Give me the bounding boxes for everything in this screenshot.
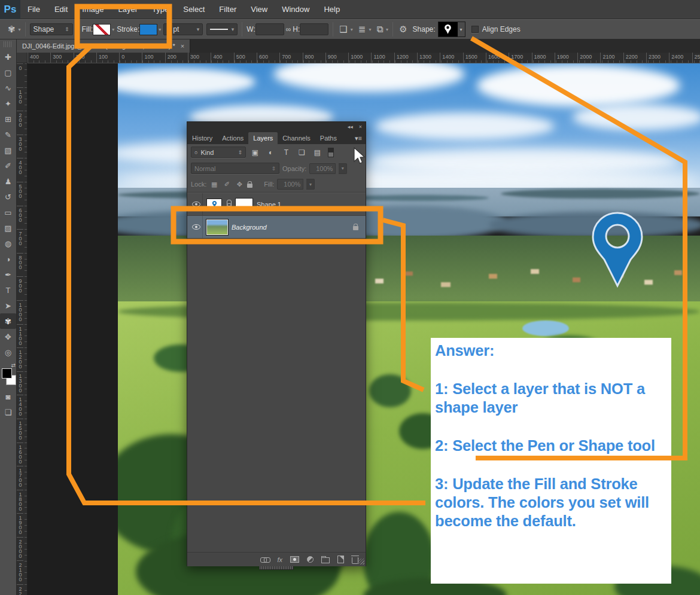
filter-adjustment-layers-icon[interactable]: ◐	[264, 148, 277, 157]
stroke-width-select[interactable]: 2 pt▾	[163, 23, 203, 35]
layer-effects-icon[interactable]: fx	[277, 556, 282, 563]
delete-layer-icon[interactable]	[352, 557, 358, 564]
tool-button[interactable]: ◑	[0, 251, 16, 267]
tool-button[interactable]: ◍	[0, 236, 16, 251]
document-tab[interactable]: DJI_0046-Edit.jpg @ 37.0% (Background, R…	[17, 39, 190, 53]
tool-mode-select[interactable]: Shape⇕	[30, 23, 73, 35]
menu-item-file[interactable]: File	[20, 0, 47, 19]
new-layer-icon[interactable]	[337, 556, 344, 563]
tab-layers[interactable]: Layers	[248, 132, 278, 144]
shape-picker[interactable]: ▾	[438, 22, 465, 37]
custom-shape-tool-preset-icon[interactable]: ✾	[6, 24, 17, 35]
tool-button[interactable]: ∿	[0, 80, 16, 96]
tool-button[interactable]: ✐	[0, 158, 16, 173]
panel-resize-grip[interactable]	[358, 559, 364, 565]
add-layer-mask-icon[interactable]	[290, 556, 299, 563]
layers-list-empty-area[interactable]	[187, 239, 366, 552]
swap-colors-icon[interactable]: ⇄	[11, 362, 16, 368]
filter-pixel-layers-icon[interactable]: ▣	[249, 148, 261, 157]
path-alignment-icon[interactable]: ≣	[357, 24, 368, 35]
menu-item-layer[interactable]: Layer	[111, 0, 145, 19]
layer-visibility-toggle[interactable]	[190, 216, 203, 238]
menu-item-help[interactable]: Help	[316, 0, 347, 19]
filter-type-layers-icon[interactable]: T	[280, 148, 293, 157]
stroke-color-swatch[interactable]	[139, 24, 157, 35]
filter-toggle-switch[interactable]	[328, 148, 334, 157]
gear-icon[interactable]: ⚙	[397, 24, 409, 35]
tab-paths[interactable]: Paths	[315, 132, 342, 144]
layer-thumbnail[interactable]	[206, 219, 228, 235]
lock-position-icon[interactable]: ✥	[235, 181, 244, 188]
tool-button[interactable]: T	[0, 282, 16, 298]
tool-button[interactable]: ✾	[0, 313, 16, 329]
link-layers-icon[interactable]	[260, 557, 269, 562]
lock-pixels-icon[interactable]: ✐	[222, 181, 232, 188]
panel-drag-handle[interactable]	[259, 566, 294, 570]
layer-name[interactable]: Background	[232, 224, 267, 231]
tab-channels[interactable]: Channels	[278, 132, 315, 144]
tool-button[interactable]: ▧	[0, 142, 16, 158]
tool-button[interactable]: ♟	[0, 173, 16, 189]
chevron-down-icon[interactable]: ▾	[159, 27, 161, 32]
map-pin-shape[interactable]	[588, 210, 647, 289]
height-input[interactable]	[300, 23, 328, 35]
menu-item-image[interactable]: Image	[75, 0, 111, 19]
path-arrangement-icon[interactable]: ⧉	[375, 24, 385, 35]
tool-button[interactable]: ✒	[0, 267, 16, 282]
menu-item-edit[interactable]: Edit	[47, 0, 75, 19]
opacity-input[interactable]: 100%	[309, 163, 336, 174]
lock-transparency-icon[interactable]: ▦	[209, 181, 219, 188]
quick-mask-button[interactable]: ◙	[0, 389, 16, 404]
tool-button[interactable]: ▭	[0, 205, 16, 220]
vector-mask-thumbnail[interactable]	[235, 198, 253, 211]
tool-button[interactable]: ✥	[0, 329, 16, 344]
tool-button[interactable]: ➤	[0, 298, 16, 313]
close-icon[interactable]: ×	[181, 42, 184, 50]
chevron-down-icon[interactable]: ▾	[458, 22, 465, 36]
collapse-panel-icon[interactable]: ◂◂	[348, 124, 353, 130]
align-edges-checkbox[interactable]	[471, 26, 479, 33]
lock-all-icon[interactable]	[247, 184, 252, 188]
path-operations-icon[interactable]: ❑	[337, 24, 349, 35]
width-input[interactable]	[255, 23, 284, 35]
tab-history[interactable]: History	[187, 132, 217, 144]
tool-button[interactable]: ↺	[0, 189, 16, 205]
chevron-down-icon[interactable]: ▾	[339, 163, 347, 174]
filter-smart-objects-icon[interactable]: ▤	[311, 148, 324, 157]
stroke-style-select[interactable]: ▾	[206, 23, 238, 35]
chevron-down-icon[interactable]: ▾	[112, 27, 114, 32]
layer-row-shape1[interactable]: Shape 1	[187, 193, 366, 216]
layer-thumbnail[interactable]	[206, 199, 222, 210]
layer-name[interactable]: Shape 1	[257, 201, 281, 208]
menu-item-select[interactable]: Select	[176, 0, 212, 19]
panel-grip[interactable]	[4, 41, 13, 47]
screen-mode-button[interactable]: ❏	[0, 404, 16, 420]
tool-button[interactable]: ✎	[0, 127, 16, 142]
pin-shape-thumbnail[interactable]	[439, 22, 458, 36]
foreground-color-swatch[interactable]	[2, 368, 12, 379]
menu-item-type[interactable]: Type	[145, 0, 176, 19]
tool-button[interactable]: ✚	[0, 49, 16, 65]
layer-row-background[interactable]: Background	[187, 216, 366, 239]
panel-menu-icon[interactable]: ▾≡	[351, 135, 366, 144]
fill-input[interactable]: 100%	[277, 179, 303, 190]
layer-visibility-toggle[interactable]	[190, 193, 203, 215]
fill-color-swatch[interactable]	[93, 24, 111, 35]
link-dimensions-icon[interactable]: ∞	[284, 25, 293, 33]
tool-button[interactable]: ◎	[0, 344, 16, 360]
tool-button[interactable]: ✦	[0, 96, 16, 111]
chevron-down-icon[interactable]: ▾	[19, 27, 21, 32]
new-group-icon[interactable]	[321, 557, 330, 563]
filter-shape-layers-icon[interactable]: ❏	[296, 148, 308, 157]
menu-item-window[interactable]: Window	[275, 0, 316, 19]
chevron-down-icon[interactable]: ▾	[306, 179, 315, 190]
tool-button[interactable]: ▢	[0, 65, 16, 80]
add-adjustment-layer-icon[interactable]	[307, 556, 314, 563]
menu-item-view[interactable]: View	[244, 0, 275, 19]
blend-mode-select[interactable]: Normal ⇕	[191, 163, 279, 174]
menu-item-filter[interactable]: Filter	[212, 0, 244, 19]
close-icon[interactable]: ×	[359, 124, 362, 130]
filter-kind-select[interactable]: ○ Kind ⇕	[191, 147, 246, 158]
tool-button[interactable]: ▨	[0, 220, 16, 236]
tab-actions[interactable]: Actions	[217, 132, 248, 144]
